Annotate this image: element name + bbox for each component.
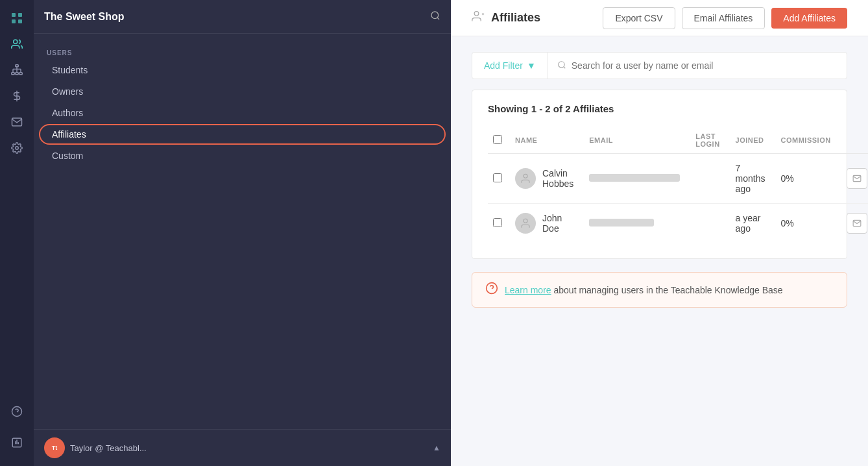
affiliates-table: NAME EMAIL LAST LOGIN JOINED COMMISSION <box>488 127 868 243</box>
users-icon[interactable] <box>6 34 27 55</box>
row2-checkbox[interactable] <box>493 218 502 227</box>
revenue-icon[interactable] <box>6 86 27 106</box>
table-card: Showing 1 - 2 of 2 Affiliates NAME EMAIL… <box>472 90 847 259</box>
owners-label: Owners <box>52 86 83 97</box>
svg-rect-7 <box>16 73 19 75</box>
search-area <box>548 60 847 71</box>
row2-commission-cell: 0% <box>773 204 839 243</box>
sidebar-item-custom[interactable]: Custom <box>39 145 446 166</box>
row1-name: Calvin Hobbes <box>542 168 573 189</box>
svg-line-23 <box>437 18 439 19</box>
info-text: Learn more about managing users in the T… <box>505 285 783 295</box>
avatar <box>515 168 536 189</box>
svg-point-29 <box>524 174 527 178</box>
last-login-col-header: LAST LOGIN <box>688 127 727 154</box>
footer-username: Taylor @ Teachabl... <box>70 443 147 453</box>
row1-joined: 7 months ago <box>736 163 766 194</box>
main-header: Affiliates Export CSV Email Affiliates A… <box>451 0 868 36</box>
sidebar-item-owners[interactable]: Owners <box>39 81 446 102</box>
svg-point-22 <box>431 12 439 19</box>
row1-joined-cell: 7 months ago <box>728 154 773 204</box>
avatar: Tt <box>44 437 65 458</box>
user-cell: John Doe <box>515 213 573 234</box>
dashboard-icon[interactable] <box>6 8 27 29</box>
question-icon <box>485 282 498 298</box>
learn-more-link[interactable]: Learn more <box>505 285 551 295</box>
main-content: Affiliates Export CSV Email Affiliates A… <box>451 0 868 466</box>
affiliates-label: Affiliates <box>52 129 86 140</box>
row2-check-cell <box>488 204 507 243</box>
row1-email-blurred <box>589 174 680 182</box>
sidebar-nav: USERS Students Owners Authors Affiliates… <box>34 34 451 429</box>
settings-icon[interactable] <box>6 138 27 158</box>
add-filter-button[interactable]: Add Filter ▼ <box>472 53 548 79</box>
svg-point-4 <box>14 40 18 43</box>
help-icon[interactable] <box>6 401 27 422</box>
table-row: Calvin Hobbes 7 months ago <box>488 154 868 204</box>
actions-col-header <box>839 127 868 154</box>
analytics-icon[interactable] <box>6 432 27 453</box>
svg-rect-1 <box>18 13 22 17</box>
row2-joined: a year ago <box>736 213 761 234</box>
svg-rect-5 <box>16 65 19 67</box>
svg-point-30 <box>524 219 527 223</box>
table-row: John Doe a year ago <box>488 204 868 243</box>
page-title: Affiliates <box>491 11 540 25</box>
search-icon[interactable] <box>430 10 440 23</box>
add-affiliates-button[interactable]: Add Affiliates <box>771 8 847 29</box>
affiliates-page-icon <box>472 10 485 26</box>
users-section-label: USERS <box>34 44 451 59</box>
export-csv-button[interactable]: Export CSV <box>603 7 675 29</box>
row2-mail-button[interactable] <box>847 213 867 234</box>
row1-checkbox[interactable] <box>493 173 502 182</box>
table-wrap: NAME EMAIL LAST LOGIN JOINED COMMISSION <box>488 127 831 243</box>
sidebar-item-students[interactable]: Students <box>39 60 446 80</box>
select-all-checkbox[interactable] <box>493 135 502 144</box>
row1-mail-button[interactable] <box>847 168 867 189</box>
search-icon <box>557 60 566 71</box>
row1-name-cell: Calvin Hobbes <box>507 154 581 204</box>
row1-actions-cell <box>839 154 868 204</box>
row2-actions-cell <box>839 204 868 243</box>
chevron-up-icon[interactable]: ▲ <box>433 443 440 452</box>
email-col-header: EMAIL <box>581 127 688 154</box>
select-all-col <box>488 127 507 154</box>
row1-commission: 0% <box>781 173 794 184</box>
info-text-after: about managing users in the Teachable Kn… <box>553 285 782 295</box>
email-affiliates-button[interactable]: Email Affiliates <box>682 7 766 29</box>
sidebar-footer: Tt Taylor @ Teachabl... ▲ <box>34 429 451 466</box>
row2-name-cell: John Doe <box>507 204 581 243</box>
search-input[interactable] <box>572 60 838 71</box>
footer-user[interactable]: Tt Taylor @ Teachabl... <box>44 437 147 458</box>
main-body: Add Filter ▼ Showing 1 - 2 of 2 Affiliat… <box>451 36 868 466</box>
filter-bar: Add Filter ▼ <box>472 52 847 79</box>
students-label: Students <box>52 65 88 75</box>
svg-point-24 <box>474 12 479 16</box>
sidebar-item-authors[interactable]: Authors <box>39 103 446 123</box>
row1-email-cell <box>581 154 688 204</box>
row1-last-login-cell <box>688 154 727 204</box>
row1-check-cell <box>488 154 507 204</box>
add-filter-label: Add Filter <box>484 60 523 71</box>
commission-col-header: COMMISSION <box>773 127 839 154</box>
info-banner: Learn more about managing users in the T… <box>472 272 847 308</box>
row2-joined-cell: a year ago <box>728 204 773 243</box>
table-header-row: NAME EMAIL LAST LOGIN JOINED COMMISSION <box>488 127 868 154</box>
svg-rect-3 <box>18 19 22 23</box>
svg-rect-6 <box>12 73 15 75</box>
authors-label: Authors <box>52 108 83 118</box>
svg-point-15 <box>16 147 19 150</box>
mail-icon[interactable] <box>6 112 27 132</box>
avatar <box>515 213 536 234</box>
user-cell: Calvin Hobbes <box>515 168 573 189</box>
table-summary: Showing 1 - 2 of 2 Affiliates <box>488 103 831 114</box>
sidebar-header: The Sweet Shop <box>34 0 451 34</box>
svg-rect-8 <box>19 73 23 75</box>
joined-col-header: JOINED <box>728 127 773 154</box>
row2-email-blurred <box>589 219 654 227</box>
svg-rect-0 <box>12 13 16 17</box>
org-chart-icon[interactable] <box>6 60 27 80</box>
row1-commission-cell: 0% <box>773 154 839 204</box>
sidebar-item-affiliates[interactable]: Affiliates <box>39 124 446 145</box>
row2-email-cell <box>581 204 688 243</box>
